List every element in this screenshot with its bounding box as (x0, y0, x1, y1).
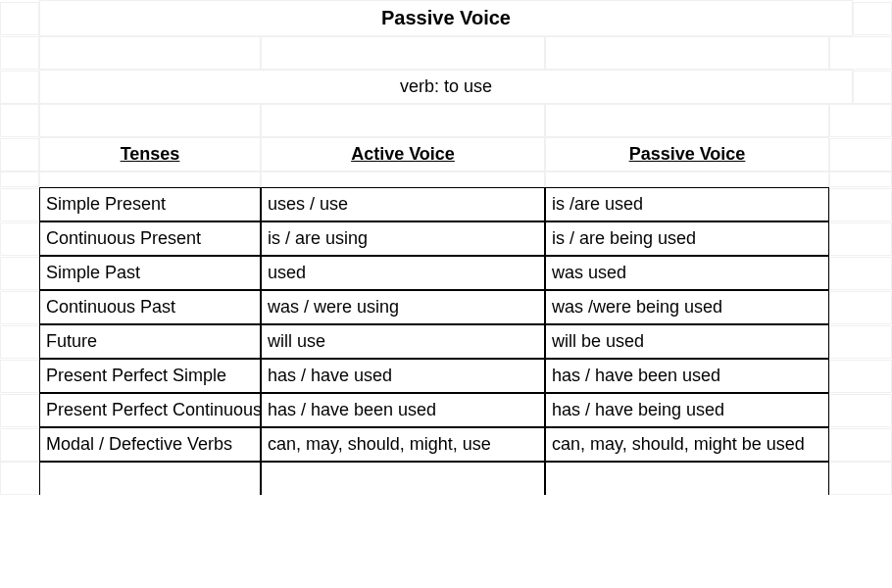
column-header-active: Active Voice (261, 137, 545, 172)
table-row: Present Perfect Simple has / have used h… (0, 359, 892, 393)
table-row: Simple Present uses / use is /are used (0, 187, 892, 221)
margin-cell (0, 2, 39, 35)
tense-cell: Continuous Past (39, 290, 261, 324)
active-cell: has / have used (261, 359, 545, 393)
tense-cell: Simple Present (39, 187, 261, 221)
passive-cell: was used (545, 256, 829, 290)
passive-cell: can, may, should, might be used (545, 427, 829, 462)
passive-cell: has / have been used (545, 359, 829, 393)
active-cell: can, may, should, might, use (261, 427, 545, 462)
column-header-passive: Passive Voice (545, 137, 829, 172)
table-row-empty (0, 462, 892, 495)
active-cell: will use (261, 324, 545, 359)
page-title: Passive Voice (39, 0, 853, 36)
passive-cell: was /were being used (545, 290, 829, 324)
passive-cell: is / are being used (545, 221, 829, 256)
active-cell: has / have been used (261, 393, 545, 427)
column-header-tenses: Tenses (39, 137, 261, 172)
tense-cell: Modal / Defective Verbs (39, 427, 261, 462)
table-row: Present Perfect Continuous has / have be… (0, 393, 892, 427)
spreadsheet-grid: Passive Voice verb: to use Tenses Active… (0, 0, 892, 495)
table-row: Future will use will be used (0, 324, 892, 359)
tense-cell: Continuous Present (39, 221, 261, 256)
active-cell: is / are using (261, 221, 545, 256)
table-row: Modal / Defective Verbs can, may, should… (0, 427, 892, 462)
tense-cell: Simple Past (39, 256, 261, 290)
verb-subtitle: verb: to use (39, 70, 853, 104)
table-row: Simple Past used was used (0, 256, 892, 290)
table-row: Continuous Present is / are using is / a… (0, 221, 892, 256)
table-row: Continuous Past was / were using was /we… (0, 290, 892, 324)
passive-cell: is /are used (545, 187, 829, 221)
active-cell: uses / use (261, 187, 545, 221)
passive-cell: will be used (545, 324, 829, 359)
margin-cell (853, 2, 892, 35)
tense-cell: Present Perfect Continuous (39, 393, 261, 427)
tense-cell: Present Perfect Simple (39, 359, 261, 393)
active-cell: used (261, 256, 545, 290)
passive-cell: has / have being used (545, 393, 829, 427)
active-cell: was / were using (261, 290, 545, 324)
tense-cell: Future (39, 324, 261, 359)
